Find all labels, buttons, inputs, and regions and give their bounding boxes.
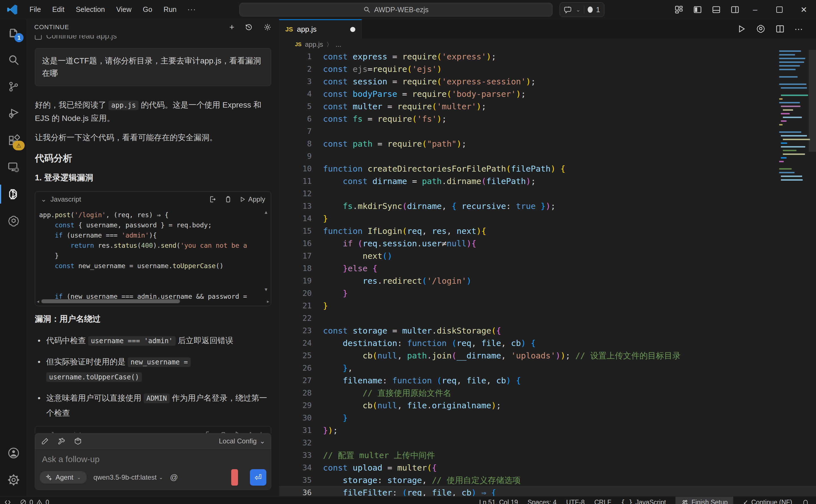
- code-line[interactable]: 5const multer = require('multer');: [279, 100, 816, 113]
- customize-layout-icon[interactable]: [674, 5, 683, 14]
- menu-view[interactable]: View: [110, 0, 137, 19]
- send-button[interactable]: ⏎: [250, 469, 266, 486]
- remote-indicator[interactable]: [4, 497, 11, 504]
- maximize-button[interactable]: [767, 0, 792, 19]
- code-line[interactable]: 18 }else {: [279, 262, 816, 275]
- task-checkbox-row[interactable]: Continue read app.js: [35, 35, 271, 44]
- mention-button[interactable]: @: [170, 473, 178, 482]
- editor-scrollbar[interactable]: [809, 50, 816, 152]
- code-line[interactable]: 8const path = require("path");: [279, 138, 816, 150]
- stop-button[interactable]: [231, 469, 238, 486]
- code-line[interactable]: 25 cb(null, path.join(__dirname, 'upload…: [279, 349, 816, 362]
- settings-button[interactable]: [0, 466, 27, 493]
- config-selector[interactable]: Local Config ⌄: [219, 437, 265, 445]
- code-line[interactable]: 11 const dirname = path.dirname(filePath…: [279, 175, 816, 187]
- scroll-left-icon[interactable]: ◂: [37, 299, 39, 304]
- toggle-secondary-sidebar-icon[interactable]: [730, 5, 740, 14]
- code-line[interactable]: 28 // 直接使用原始文件名: [279, 387, 816, 399]
- insert-at-cursor-icon[interactable]: [208, 195, 216, 203]
- sidebar-item-continue[interactable]: [0, 181, 27, 208]
- modified-dot-icon[interactable]: [350, 27, 355, 32]
- code-line[interactable]: 23const storage = multer.diskStorage({: [279, 324, 816, 337]
- code-line[interactable]: 4const bodyParse = require('body-parser'…: [279, 88, 816, 100]
- code-line[interactable]: 7: [279, 125, 816, 138]
- sidebar-item-extensions[interactable]: ⚠: [0, 127, 27, 154]
- code-line[interactable]: 31});: [279, 424, 816, 437]
- notifications-bell[interactable]: [802, 497, 809, 504]
- menu-edit[interactable]: Edit: [46, 0, 70, 19]
- sidebar-item-explorer[interactable]: 1: [0, 19, 27, 46]
- finish-setup-button[interactable]: Finish Setup: [676, 497, 733, 504]
- code-line[interactable]: 12: [279, 187, 816, 200]
- menu-overflow-icon[interactable]: ···: [182, 5, 201, 14]
- run-file-icon[interactable]: [737, 24, 746, 34]
- account-button[interactable]: [0, 439, 27, 466]
- toggle-primary-sidebar-icon[interactable]: [693, 5, 702, 14]
- sidebar-item-chatgpt[interactable]: [0, 208, 27, 234]
- code-line[interactable]: 24 destination: function (req, file, cb)…: [279, 337, 816, 349]
- code-editor[interactable]: 1const express = require('express');2con…: [279, 50, 816, 496]
- code-line[interactable]: 2const ejs=require('ejs'): [279, 63, 816, 75]
- code-line[interactable]: 32: [279, 437, 816, 449]
- breadcrumb[interactable]: JS app.js 〉 ...: [279, 39, 816, 50]
- followup-input[interactable]: Ask a follow-up Agent ⌄ qwen3.5-9b-ctf:l…: [35, 449, 271, 490]
- code-line[interactable]: 22: [279, 312, 816, 324]
- problems-indicator[interactable]: 0 0: [20, 497, 49, 504]
- copilot-control[interactable]: ⌄ 1: [560, 2, 604, 17]
- vertical-scroll-arrows[interactable]: ▲▼: [263, 210, 268, 292]
- apply-button[interactable]: Apply: [239, 195, 265, 203]
- menu-selection[interactable]: Selection: [70, 0, 110, 19]
- code-line[interactable]: 13 fs.mkdirSync(dirname, { recursive: tr…: [279, 200, 816, 212]
- minimize-button[interactable]: –: [743, 0, 767, 19]
- model-selector[interactable]: qwen3.5-9b-ctf:latest ⌄: [93, 473, 163, 481]
- code-line[interactable]: 19 res.redirect('/login'): [279, 275, 816, 287]
- indentation[interactable]: Spaces: 4: [528, 497, 557, 504]
- chevron-down-icon[interactable]: ⌄: [41, 195, 46, 203]
- sidebar-item-search[interactable]: [0, 46, 27, 73]
- edit-pencil-icon[interactable]: [41, 437, 49, 445]
- code-line[interactable]: 33// 配置 multer 上传中间件: [279, 449, 816, 462]
- command-center-search[interactable]: AWDP-WEB-ezjs: [239, 3, 553, 16]
- menu-go[interactable]: Go: [137, 0, 158, 19]
- new-session-icon[interactable]: +: [229, 22, 234, 32]
- encoding[interactable]: UTF-8: [566, 497, 585, 504]
- continue-status[interactable]: ✓ Continue (NF): [743, 497, 792, 504]
- checkbox-icon[interactable]: [35, 35, 42, 40]
- close-button[interactable]: ✕: [792, 0, 816, 19]
- gear-icon[interactable]: [263, 23, 272, 31]
- split-editor-icon[interactable]: [775, 24, 785, 34]
- agent-mode-selector[interactable]: Agent ⌄: [40, 471, 87, 484]
- history-icon[interactable]: [244, 23, 253, 31]
- sidebar-item-source-control[interactable]: [0, 73, 27, 100]
- menu-run[interactable]: Run: [158, 0, 182, 19]
- scroll-right-icon[interactable]: ▸: [267, 299, 269, 304]
- code-line[interactable]: 14}: [279, 212, 816, 225]
- openai-logo-icon[interactable]: [756, 24, 766, 34]
- code-line[interactable]: 29 cb(null, file.originalname);: [279, 399, 816, 412]
- code-line[interactable]: 26 },: [279, 362, 816, 374]
- code-line[interactable]: 15function IfLogin(req, res, next){: [279, 225, 816, 237]
- code-line[interactable]: 6const fs = require('fs');: [279, 113, 816, 125]
- code-line[interactable]: 17 next(): [279, 250, 816, 262]
- code-line[interactable]: 1const express = require('express');: [279, 50, 816, 63]
- more-actions-icon[interactable]: ⋯: [794, 24, 803, 34]
- minimap[interactable]: [779, 50, 808, 183]
- toggle-panel-icon[interactable]: [712, 5, 721, 14]
- code-line[interactable]: 9: [279, 150, 816, 163]
- code-line[interactable]: 10function createDirectoriesForFilePath(…: [279, 163, 816, 175]
- sidebar-item-run-debug[interactable]: [0, 100, 27, 127]
- code-line[interactable]: 27 filename: function (req, file, cb) {: [279, 374, 816, 387]
- box-icon[interactable]: [74, 437, 82, 445]
- code-line[interactable]: 21}: [279, 300, 816, 312]
- language-mode[interactable]: { } JavaScript: [621, 497, 666, 504]
- code-line[interactable]: 30 }: [279, 412, 816, 424]
- code-line[interactable]: 16 if (req.session.user≠null){: [279, 237, 816, 250]
- copy-icon[interactable]: [224, 195, 232, 203]
- code-line[interactable]: 34const upload = multer({: [279, 462, 816, 474]
- code-line[interactable]: 3const session = require('express-sessio…: [279, 75, 816, 88]
- sidebar-item-remote-explorer[interactable]: [0, 154, 27, 181]
- cursor-position[interactable]: Ln 51, Col 19: [479, 497, 518, 504]
- tab-appjs[interactable]: JS app.js: [279, 19, 362, 39]
- horizontal-scrollbar[interactable]: ◂ ▸: [37, 299, 269, 304]
- scrollbar-thumb[interactable]: [41, 299, 180, 303]
